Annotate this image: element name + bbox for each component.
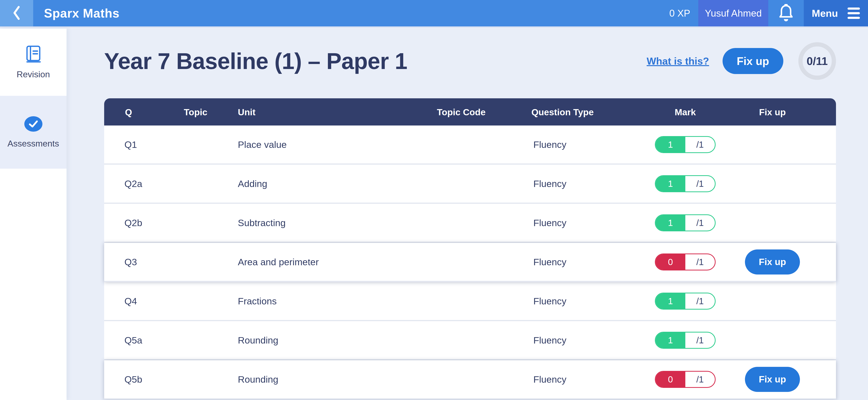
mark-out-of: /1 <box>685 333 715 348</box>
mark-score: 0 <box>656 254 685 270</box>
cell-question-type: Fluency <box>533 218 566 228</box>
cell-unit: Rounding <box>238 335 278 346</box>
mark-score: 1 <box>656 333 685 348</box>
page-header: Year 7 Baseline (1) – Paper 1 What is th… <box>104 42 836 80</box>
cell-q: Q5a <box>124 335 142 346</box>
cell-unit: Rounding <box>238 374 278 385</box>
sidebar-item-label: Assessments <box>7 139 59 148</box>
cell-q: Q1 <box>124 139 137 150</box>
mark-score: 1 <box>656 293 685 309</box>
table-body: Q1Place valueFluency1/1Q2aAddingFluency1… <box>104 126 836 399</box>
mark-pill: 1/1 <box>655 332 716 349</box>
sidebar-item-assessments[interactable]: Assessments <box>0 96 66 169</box>
column-header-unit: Unit <box>238 107 255 117</box>
table-row: Q5bRoundingFluency0/1Fix up <box>104 360 836 399</box>
user-name: Yusuf Ahmed <box>705 8 762 19</box>
xp-counter: 0 XP <box>669 8 690 19</box>
menu-label: Menu <box>812 7 838 19</box>
mark-score: 1 <box>656 176 685 192</box>
cell-question-type: Fluency <box>533 296 566 306</box>
sidebar: Revision Assessments <box>0 29 66 400</box>
mark-out-of: /1 <box>685 215 715 231</box>
back-button[interactable] <box>0 0 33 26</box>
bell-icon <box>778 4 794 23</box>
sidebar-item-revision[interactable]: Revision <box>0 29 66 96</box>
table-row: Q3Area and perimeterFluency0/1Fix up <box>104 243 836 282</box>
top-bar: Sparx Maths 0 XP Yusuf Ahmed Menu <box>0 0 868 28</box>
cell-unit: Adding <box>238 178 267 189</box>
cell-unit: Area and perimeter <box>238 257 319 267</box>
cell-question-type: Fluency <box>533 139 566 150</box>
column-header-q: Q <box>125 107 132 117</box>
sidebar-item-label: Revision <box>17 69 50 79</box>
assessment-table: Q Topic Unit Topic Code Question Type Ma… <box>104 98 836 399</box>
table-row: Q5aRoundingFluency1/1 <box>104 321 836 360</box>
cell-q: Q2a <box>124 178 142 189</box>
hamburger-icon <box>847 7 860 19</box>
table-row: Q1Place valueFluency1/1 <box>104 126 836 165</box>
column-header-fix-up: Fix up <box>745 107 800 117</box>
row-fix-up-button[interactable]: Fix up <box>745 249 800 274</box>
mark-out-of: /1 <box>685 137 715 152</box>
cell-unit: Subtracting <box>238 218 286 228</box>
mark-pill: 0/1 <box>655 254 716 270</box>
table-header: Q Topic Unit Topic Code Question Type Ma… <box>104 98 836 126</box>
table-row: Q4FractionsFluency1/1 <box>104 282 836 321</box>
mark-out-of: /1 <box>685 254 715 270</box>
notifications-button[interactable] <box>768 0 804 26</box>
mark-pill: 1/1 <box>655 175 716 192</box>
chevron-left-icon <box>13 5 20 21</box>
mark-out-of: /1 <box>685 293 715 309</box>
mark-out-of: /1 <box>685 372 715 387</box>
what-is-this-link[interactable]: What is this? <box>647 55 709 67</box>
cell-unit: Fractions <box>238 296 277 306</box>
score-ring: 0/11 <box>798 42 836 80</box>
check-icon <box>24 116 43 133</box>
menu-button[interactable]: Menu <box>804 0 868 26</box>
mark-score: 0 <box>656 372 685 387</box>
cell-question-type: Fluency <box>533 178 566 189</box>
book-icon <box>25 45 41 64</box>
mark-pill: 1/1 <box>655 293 716 309</box>
cell-unit: Place value <box>238 139 287 150</box>
mark-score: 1 <box>656 137 685 152</box>
cell-q: Q3 <box>124 257 137 267</box>
mark-out-of: /1 <box>685 176 715 192</box>
user-menu[interactable]: Yusuf Ahmed <box>698 0 768 26</box>
mark-pill: 1/1 <box>655 214 716 231</box>
mark-pill: 1/1 <box>655 136 716 153</box>
score-value: 0/11 <box>807 55 828 67</box>
cell-q: Q5b <box>124 374 142 385</box>
page-title: Year 7 Baseline (1) – Paper 1 <box>104 48 647 74</box>
mark-pill: 0/1 <box>655 371 716 388</box>
column-header-mark: Mark <box>655 107 716 117</box>
row-fix-up-button[interactable]: Fix up <box>745 367 800 392</box>
cell-question-type: Fluency <box>533 374 566 385</box>
cell-q: Q2b <box>124 218 142 228</box>
fix-up-button[interactable]: Fix up <box>722 48 783 74</box>
cell-q: Q4 <box>124 296 137 306</box>
mark-score: 1 <box>656 215 685 231</box>
table-row: Q2aAddingFluency1/1 <box>104 165 836 204</box>
column-header-topic: Topic <box>184 107 207 117</box>
cell-question-type: Fluency <box>533 335 566 346</box>
cell-question-type: Fluency <box>533 257 566 267</box>
main-content: Year 7 Baseline (1) – Paper 1 What is th… <box>66 29 868 400</box>
table-row: Q2bSubtractingFluency1/1 <box>104 204 836 243</box>
column-header-question-type: Question Type <box>531 107 594 117</box>
column-header-topic-code: Topic Code <box>437 107 486 117</box>
app-logo: Sparx Maths <box>44 6 120 21</box>
